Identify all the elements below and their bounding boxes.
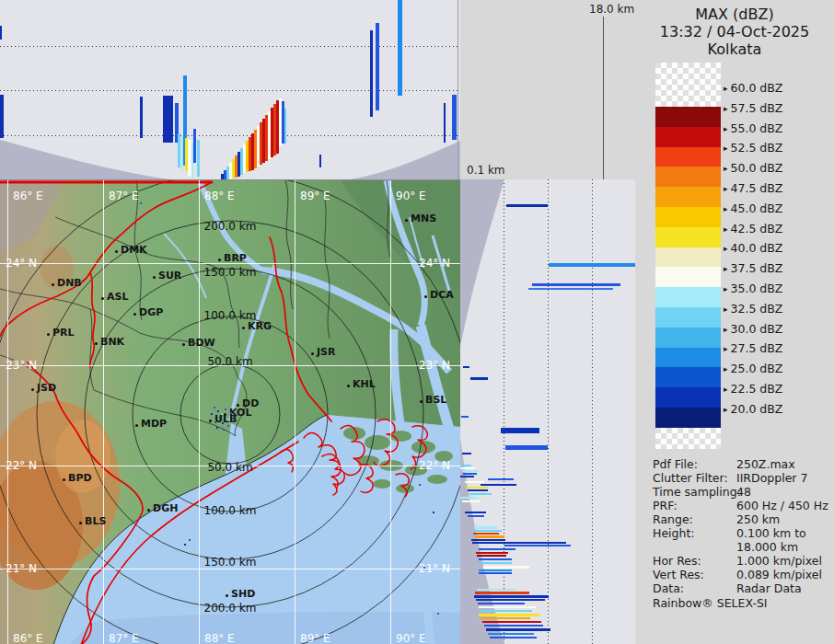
right-profile-bar bbox=[465, 481, 484, 483]
city-label: MNS bbox=[411, 213, 436, 224]
longitude-gridline bbox=[295, 180, 295, 644]
height-axis-max-label: 18.0 km bbox=[589, 3, 634, 16]
radar-echo-speck bbox=[221, 413, 223, 415]
latitude-label: 24° N bbox=[6, 257, 37, 270]
legend-dbz-label: ▸57.5 dBZ bbox=[724, 101, 832, 114]
latitude-label: 22° N bbox=[6, 459, 37, 472]
city-label: ASL bbox=[107, 291, 128, 303]
top-panel-right-border bbox=[458, 0, 458, 179]
latitude-label: 24° N bbox=[419, 257, 450, 270]
info-row-label: Vert Res: bbox=[653, 568, 704, 581]
radar-echo-speck bbox=[214, 407, 215, 408]
city-dot bbox=[424, 295, 427, 298]
city-label: SHD bbox=[231, 588, 255, 600]
legend-arrow-icon: ▸ bbox=[724, 164, 728, 173]
top-profile-bar bbox=[140, 97, 143, 138]
city-dot bbox=[63, 478, 65, 481]
top-profile-bar bbox=[0, 95, 4, 138]
city-label: JSD bbox=[37, 382, 56, 394]
longitude-gridline bbox=[103, 180, 104, 644]
legend-arrow-icon: ▸ bbox=[724, 264, 728, 273]
city-dot bbox=[79, 522, 82, 524]
latitude-label: 21° N bbox=[419, 562, 450, 575]
right-profile-bar bbox=[479, 558, 512, 560]
right-profile-bar bbox=[474, 526, 497, 529]
top-profile-bars bbox=[0, 0, 460, 179]
radar-echo-speck bbox=[230, 412, 232, 414]
right-profile-bar bbox=[479, 569, 512, 571]
info-row-label: Data: bbox=[653, 581, 684, 595]
right-profile-bar bbox=[468, 515, 484, 517]
legend-arrow-icon: ▸ bbox=[724, 405, 728, 414]
longitude-gridline bbox=[390, 180, 391, 644]
software-brand: Rainbow® SELEX-SI bbox=[653, 596, 768, 610]
city-dot bbox=[153, 276, 156, 279]
top-profile-bar bbox=[178, 133, 180, 167]
latitude-label: 23° N bbox=[419, 359, 450, 372]
right-profile-bar bbox=[475, 592, 529, 594]
radar-echo-speck bbox=[223, 429, 225, 431]
range-ring-label: 150.0 km bbox=[189, 556, 272, 569]
city-dot bbox=[115, 250, 118, 253]
info-row-value: IIRDoppler 7 bbox=[736, 471, 807, 485]
radar-echo-speck bbox=[217, 410, 219, 412]
longitude-label: 87° E bbox=[109, 632, 139, 644]
right-profile-bar bbox=[462, 453, 471, 454]
info-row-label: Clutter Filter: bbox=[653, 471, 728, 485]
city-label: DGP bbox=[139, 306, 163, 318]
longitude-label: 86° E bbox=[13, 632, 43, 644]
range-ring-label: 150.0 km bbox=[189, 266, 272, 279]
legend-dbz-label: ▸47.5 dBZ bbox=[724, 181, 832, 194]
top-profile-bar bbox=[452, 95, 457, 140]
legend-dbz-label: ▸60.0 dBZ bbox=[724, 81, 832, 94]
top-profile-bar bbox=[319, 155, 321, 167]
city-label: JSR bbox=[317, 346, 336, 358]
city-label: BLS bbox=[85, 515, 106, 527]
info-row-value: 1.000 km/pixel bbox=[736, 554, 822, 568]
right-profile-bar bbox=[475, 535, 504, 538]
right-profile-bar bbox=[460, 467, 475, 469]
info-row-value: Radar Data bbox=[736, 581, 802, 595]
city-dot bbox=[52, 283, 54, 286]
legend-dbz-label: ▸50.0 dBZ bbox=[724, 161, 832, 174]
city-label: BDW bbox=[188, 337, 215, 349]
radar-display-window: { "header": { "product": "MAX (dBZ)", "d… bbox=[0, 0, 834, 644]
city-dot bbox=[311, 352, 314, 355]
right-profile-bar bbox=[473, 530, 502, 532]
longitude-label: 89° E bbox=[300, 190, 330, 202]
top-profile-bar bbox=[398, 0, 402, 96]
legend-arrow-icon: ▸ bbox=[724, 204, 728, 213]
legend-dbz-label: ▸55.0 dBZ bbox=[724, 121, 832, 134]
city-dot bbox=[133, 313, 136, 316]
legend-dbz-label: ▸42.5 dBZ bbox=[724, 222, 832, 235]
info-row-label: Range: bbox=[653, 512, 693, 526]
right-profile-bar bbox=[476, 552, 508, 554]
city-dot bbox=[209, 420, 212, 422]
longitude-label: 90° E bbox=[396, 632, 426, 644]
legend-arrow-icon: ▸ bbox=[724, 385, 728, 394]
latitude-label: 22° N bbox=[419, 459, 450, 472]
legend-dbz-label: ▸52.5 dBZ bbox=[724, 141, 832, 154]
height-axis-min-label: 0.1 km bbox=[467, 164, 505, 177]
right-profile-bar bbox=[467, 487, 488, 489]
radar-echo-speck bbox=[216, 427, 218, 429]
right-profile-bar bbox=[488, 633, 534, 635]
right-profile-bar bbox=[480, 610, 532, 612]
radar-echo-speck bbox=[433, 512, 434, 513]
top-profile-bar bbox=[0, 26, 2, 40]
right-profile-bar bbox=[472, 542, 566, 544]
city-label: BNK bbox=[100, 336, 124, 348]
top-profile-bar bbox=[376, 23, 379, 110]
radar-echo-speck bbox=[419, 484, 421, 486]
right-profile-bar bbox=[484, 625, 543, 627]
right-profile-bar bbox=[468, 489, 488, 491]
radar-echo-speck bbox=[193, 546, 195, 548]
legend-arrow-icon: ▸ bbox=[724, 325, 728, 334]
radar-echo-speck bbox=[140, 202, 142, 204]
right-profile-bar bbox=[528, 288, 613, 290]
legend-arrow-icon: ▸ bbox=[724, 124, 728, 133]
legend-arrow-icon: ▸ bbox=[724, 144, 728, 153]
right-profile-bar bbox=[481, 617, 530, 619]
radar-echo-speck bbox=[227, 425, 229, 427]
range-ring-label: 200.0 km bbox=[189, 602, 272, 615]
